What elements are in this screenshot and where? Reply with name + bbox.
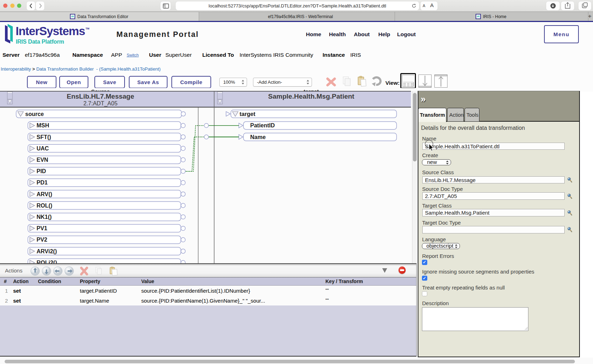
- svg-text:PatientID: PatientID: [250, 122, 275, 128]
- svg-text:PV1: PV1: [37, 225, 47, 231]
- svg-text:ARV(): ARV(): [37, 191, 52, 197]
- svg-text:IRIS Data Platform: IRIS Data Platform: [16, 39, 64, 45]
- svg-text:EnsLib.HL7.Message: EnsLib.HL7.Message: [67, 93, 134, 100]
- svg-text:SFT(): SFT(): [37, 134, 51, 140]
- svg-text:PID: PID: [37, 168, 46, 174]
- svg-text:2.7:ADT_A05: 2.7:ADT_A05: [83, 100, 117, 107]
- svg-text:PV2: PV2: [37, 237, 47, 243]
- svg-text:NK1(): NK1(): [37, 214, 52, 220]
- svg-text:Name: Name: [250, 134, 266, 140]
- svg-text:PD1: PD1: [37, 180, 48, 186]
- svg-text:TM: TM: [86, 27, 89, 30]
- svg-text:source: source: [25, 111, 44, 117]
- svg-text:MSH: MSH: [37, 122, 49, 128]
- svg-text:ARVi2(): ARVi2(): [37, 248, 57, 254]
- svg-text:ROLi2(): ROLi2(): [37, 260, 57, 263]
- svg-text:target: target: [240, 111, 256, 117]
- svg-text:InterSystems: InterSystems: [16, 24, 85, 38]
- svg-text:UAC: UAC: [37, 145, 49, 151]
- svg-text:ROL(): ROL(): [37, 203, 52, 209]
- svg-text:Sample.Health.Msg.Patient: Sample.Health.Msg.Patient: [268, 93, 355, 100]
- svg-text:EVN: EVN: [37, 157, 48, 163]
